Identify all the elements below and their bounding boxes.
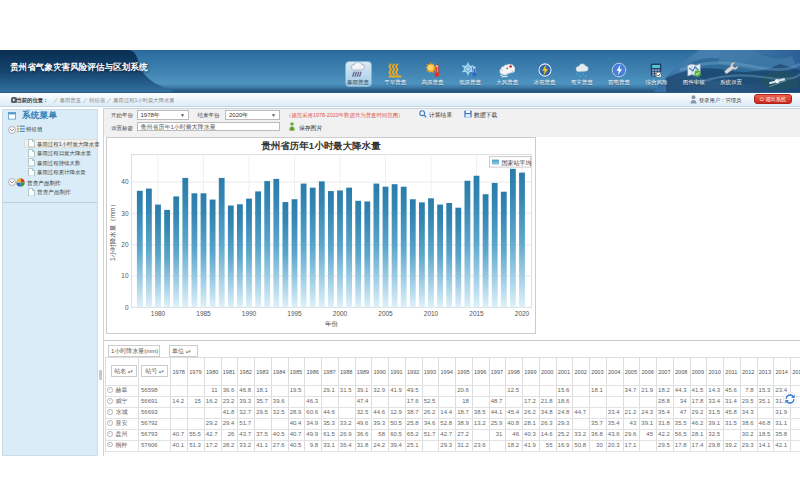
svg-text:20: 20 <box>121 241 129 248</box>
svg-text:年份: 年份 <box>325 321 339 329</box>
svg-text:40: 40 <box>121 179 129 186</box>
svg-text:1980: 1980 <box>151 311 166 318</box>
svg-text:1990: 1990 <box>242 311 257 318</box>
svg-text:1995: 1995 <box>287 311 302 318</box>
svg-text:1小时降水量（mm）: 1小时降水量（mm） <box>109 201 117 261</box>
svg-text:2015: 2015 <box>469 311 484 318</box>
svg-text:0: 0 <box>125 304 129 311</box>
svg-text:2020: 2020 <box>515 311 530 318</box>
svg-text:2010: 2010 <box>424 311 439 318</box>
svg-text:2005: 2005 <box>378 311 393 318</box>
svg-text:2000: 2000 <box>333 311 348 318</box>
svg-text:1985: 1985 <box>196 311 211 318</box>
svg-text:30: 30 <box>121 210 129 217</box>
svg-text:10: 10 <box>121 273 129 280</box>
svg-text:国家站平均: 国家站平均 <box>502 159 532 167</box>
